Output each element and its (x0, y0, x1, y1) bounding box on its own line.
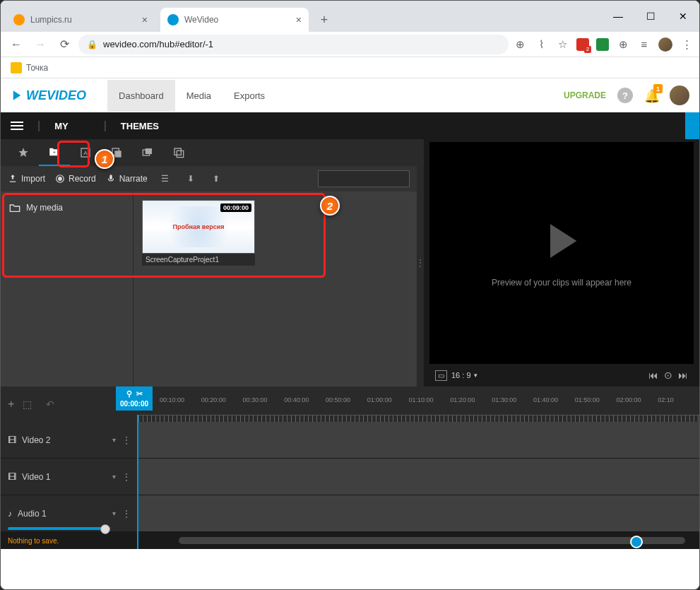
reading-list-icon[interactable]: ≡ (637, 37, 651, 52)
my-media-label[interactable]: MY (54, 121, 69, 131)
prev-button[interactable]: ⏮ (648, 370, 658, 381)
tab-lumpics[interactable]: Lumpics.ru × (6, 8, 155, 32)
folder-tab[interactable]: + (39, 139, 70, 166)
back-button[interactable]: ← (6, 35, 26, 54)
magnet-icon[interactable]: ⬚ (23, 399, 32, 410)
nav-dashboard[interactable]: Dashboard (107, 80, 175, 112)
close-icon[interactable]: × (142, 14, 148, 25)
help-icon[interactable]: ? (617, 88, 633, 103)
record-icon (55, 174, 65, 184)
favorites-tab[interactable] (8, 139, 39, 166)
timeline-header: + ⬚ ↶ ⚲✂ 00:00:00 00:10:0000:20:0000:30:… (1, 387, 699, 422)
hamburger-icon[interactable] (11, 122, 23, 130)
playhead-marker[interactable]: ⚲✂ 00:00:00 (116, 387, 153, 411)
new-tab-button[interactable]: + (314, 10, 334, 30)
upload-icon (8, 174, 18, 184)
preview-panel: Preview of your clips will appear here ▭… (424, 139, 699, 387)
chevron-down-icon[interactable]: ▾ (112, 473, 116, 480)
music-note-icon: ♪ (8, 509, 12, 519)
browser-window: Lumpics.ru × WeVideo × + — ☐ ✕ ← → ⟳ 🔒 w… (0, 0, 700, 590)
track-menu-icon[interactable]: ⋮ (121, 435, 131, 446)
reload-button[interactable]: ⟳ (54, 35, 74, 54)
volume-slider[interactable] (8, 527, 107, 530)
timeline-zoom-slider[interactable] (179, 537, 685, 544)
notifications-icon[interactable]: 🔔1 (644, 88, 658, 102)
wevideo-logo[interactable]: WEVIDEO (11, 88, 86, 103)
maximize-button[interactable]: ☐ (634, 6, 667, 27)
narrate-button[interactable]: Narrate (106, 174, 148, 184)
themes-label[interactable]: THEMES (121, 121, 159, 131)
extension-green-icon[interactable] (596, 38, 609, 51)
track-body[interactable] (138, 495, 699, 531)
track-menu-icon[interactable]: ⋮ (121, 508, 131, 519)
translate-icon[interactable]: ⌇ (534, 37, 548, 52)
annotation-callout-2: 2 (320, 196, 340, 216)
ruler-ticks (138, 415, 699, 422)
track-menu-icon[interactable]: ⋮ (121, 471, 131, 483)
filmstrip-icon: 🎞 (8, 472, 16, 482)
lock-icon: 🔒 (87, 40, 97, 49)
track-header-video2[interactable]: 🎞 Video 2 ▾ ⋮ (1, 422, 138, 458)
svg-rect-4 (114, 151, 121, 157)
images-tab[interactable] (163, 139, 194, 166)
play-button[interactable]: ⊙ (664, 370, 672, 381)
svg-text:+: + (53, 150, 56, 155)
sort-asc-icon[interactable]: ⬆ (208, 174, 224, 184)
close-button[interactable]: ✕ (667, 6, 699, 27)
folder-icon (11, 62, 22, 73)
chevron-down-icon[interactable]: ▾ (112, 436, 116, 444)
menu-icon[interactable]: ⋮ (680, 37, 694, 52)
track-body[interactable] (138, 459, 699, 495)
add-track-button[interactable]: + (8, 398, 14, 411)
track-body[interactable] (138, 422, 699, 458)
bookmarks-bar: Точка (1, 57, 699, 78)
main-nav: Dashboard Media Exports (107, 80, 276, 112)
nav-media[interactable]: Media (175, 80, 223, 112)
search-input[interactable] (318, 170, 410, 187)
chevron-down-icon[interactable]: ▾ (112, 509, 116, 517)
panel-resize-handle[interactable] (417, 139, 424, 387)
forward-button[interactable]: → (30, 35, 50, 54)
collapse-button[interactable] (685, 112, 699, 139)
favicon-lumpics (13, 14, 25, 25)
track-audio1: ♪ Audio 1 ▾ ⋮ (1, 495, 699, 532)
extension-adblock-icon[interactable]: 2 (576, 38, 589, 51)
address-bar: ← → ⟳ 🔒 wevideo.com/hub#editor/-1 ⊕ ⌇ ☆ … (1, 32, 699, 57)
globe-icon[interactable]: ⊕ (616, 37, 630, 52)
omnibox[interactable]: 🔒 wevideo.com/hub#editor/-1 (78, 35, 509, 54)
record-button[interactable]: Record (55, 174, 96, 184)
time-tick: 00:30:00 (243, 396, 285, 403)
nav-exports[interactable]: Exports (223, 80, 276, 112)
media-clip[interactable]: Пробная версия 00:09:00 ScreenCapturePro… (142, 200, 255, 266)
aspect-ratio[interactable]: 16 : 9 (451, 371, 471, 379)
import-button[interactable]: Import (8, 174, 45, 184)
tab-wevideo[interactable]: WeVideo × (160, 8, 309, 32)
zoom-icon[interactable]: ⊕ (513, 37, 527, 52)
close-icon[interactable]: × (296, 14, 302, 25)
profile-avatar[interactable] (658, 37, 672, 52)
bookmark-item[interactable]: Точка (26, 63, 48, 73)
svg-point-9 (58, 177, 62, 181)
titlebar: Lumpics.ru × WeVideo × + — ☐ ✕ (1, 1, 699, 32)
marker-icon: ⚲ (126, 389, 132, 399)
track-header-audio1[interactable]: ♪ Audio 1 ▾ ⋮ (1, 495, 138, 531)
backgrounds-tab[interactable] (132, 139, 163, 166)
playhead-line[interactable] (137, 415, 138, 549)
sort-desc-icon[interactable]: ⬇ (183, 174, 198, 184)
undo-button[interactable]: ↶ (46, 399, 54, 410)
time-ruler[interactable]: 00:10:0000:20:0000:30:0000:40:0000:50:00… (160, 396, 699, 403)
upgrade-button[interactable]: UPGRADE (564, 90, 606, 100)
time-tick: 00:20:00 (201, 396, 243, 403)
footer-bar: Nothing to save. (1, 532, 699, 549)
tab-title: WeVideo (184, 15, 218, 25)
annotation-callout-1: 1 (95, 149, 114, 169)
filter-icon[interactable]: ☰ (158, 174, 173, 184)
window-controls: — ☐ ✕ (602, 1, 699, 32)
next-button[interactable]: ⏭ (678, 370, 688, 381)
save-status: Nothing to save. (8, 537, 59, 545)
minimize-button[interactable]: — (602, 6, 634, 27)
track-header-video1[interactable]: 🎞 Video 1 ▾ ⋮ (1, 459, 138, 495)
user-avatar[interactable] (670, 85, 689, 105)
folder-my-media[interactable]: My media (9, 200, 124, 216)
star-icon[interactable]: ☆ (555, 37, 569, 52)
